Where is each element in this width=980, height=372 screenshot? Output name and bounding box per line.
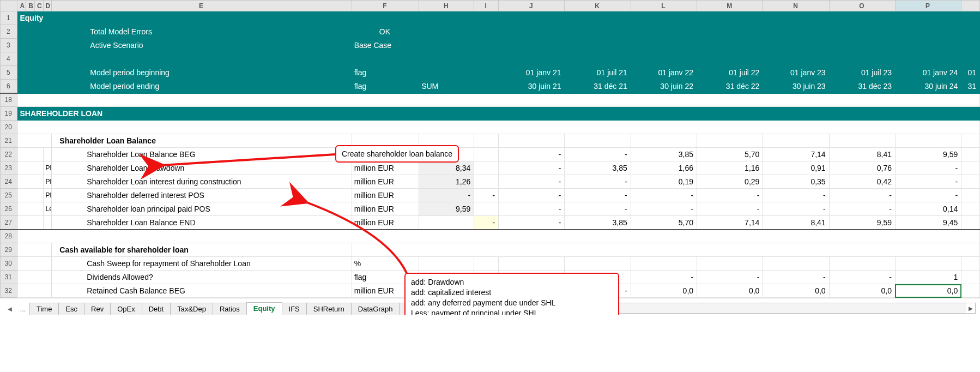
row-head-25[interactable]: 25 (1, 189, 17, 202)
tab-opex[interactable]: OpEx (110, 303, 142, 315)
row-2[interactable]: 2 Total Model Errors OK (1, 25, 980, 39)
o-22: 8,41 (829, 148, 895, 161)
tab-nav-more-icon[interactable]: ... (16, 303, 29, 315)
row-head-20[interactable]: 20 (1, 121, 17, 134)
tab-time[interactable]: Time (29, 303, 59, 315)
row-26[interactable]: 26 Less Shareholder loan principal paid … (1, 202, 980, 216)
add-sheet-icon[interactable]: ＋ (437, 302, 450, 315)
row-head-30[interactable]: 30 (1, 257, 17, 271)
scroll-left-icon[interactable]: ◄ (455, 304, 463, 313)
n-24: 0,35 (763, 175, 829, 189)
label-period-begin: Model period beginning (52, 66, 352, 80)
p-32-selected-cell[interactable]: 0,0 (895, 284, 961, 298)
col-J[interactable]: J (499, 1, 565, 11)
tab-debt[interactable]: Debt (142, 303, 171, 315)
scroll-right-icon[interactable]: ► (966, 304, 975, 313)
col-L[interactable]: L (631, 1, 697, 11)
i-24 (474, 175, 499, 189)
row-head-24[interactable]: 24 (1, 175, 17, 189)
row-head-23[interactable]: 23 (1, 161, 17, 175)
grid[interactable]: A B C D E F H I J K L M N O P 1 Equity (0, 0, 980, 298)
row-head-2[interactable]: 2 (1, 25, 17, 39)
row-head-5[interactable]: 5 (1, 66, 17, 80)
row-head-27[interactable]: 27 (1, 216, 17, 230)
col-M[interactable]: M (697, 1, 763, 11)
col-next[interactable] (961, 1, 980, 11)
prefix-25: Plus (43, 189, 52, 202)
scroll-track[interactable] (463, 303, 966, 313)
col-N[interactable]: N (763, 1, 829, 11)
row-29[interactable]: 29 Cash available for shareholder loan (1, 243, 980, 257)
col-I[interactable]: I (474, 1, 499, 11)
l-23: 1,66 (631, 161, 697, 175)
label-26: Shareholder loan principal paid POS (52, 202, 352, 216)
row-19-section[interactable]: 19 SHAREHOLDER LOAN (1, 107, 980, 121)
col-A[interactable]: A (17, 1, 26, 11)
label-31: Dividends Allowed? (52, 271, 352, 284)
m-26: - (697, 202, 763, 216)
row-31[interactable]: 31 Dividends Allowed? flag - - - - 1 (1, 271, 980, 284)
tab-ifs[interactable]: IFS (282, 303, 307, 315)
col-F[interactable]: F (352, 1, 419, 11)
col-H[interactable]: H (419, 1, 474, 11)
o-25: - (829, 189, 895, 202)
row-head-22[interactable]: 22 (1, 148, 17, 161)
row-24[interactable]: 24 Plus Shareholder Loan interest during… (1, 175, 980, 189)
prefix-22 (43, 148, 52, 161)
col-D[interactable]: D (43, 1, 52, 11)
row-head-3[interactable]: 3 (1, 39, 17, 52)
label-23: Shareholder Loan drawdown (52, 161, 352, 175)
col-C[interactable]: C (34, 1, 43, 11)
tab-shreturn[interactable]: SHReturn (306, 303, 352, 315)
l-22: 3,85 (631, 148, 697, 161)
row-head-19[interactable]: 19 (1, 107, 17, 121)
row-25[interactable]: 25 Plus Shareholder deferred interest PO… (1, 189, 980, 202)
col-P[interactable]: P (895, 1, 961, 11)
row-head-6[interactable]: 6 (1, 80, 17, 93)
select-all-corner[interactable] (1, 1, 17, 11)
row-head-31[interactable]: 31 (1, 271, 17, 284)
k-25: - (565, 189, 631, 202)
row-head-1[interactable]: 1 (1, 11, 17, 25)
row-head-28[interactable]: 28 (1, 230, 17, 243)
col-E[interactable]: E (52, 1, 352, 11)
tab-equity[interactable]: Equity (246, 302, 282, 315)
tab-rev[interactable]: Rev (84, 303, 111, 315)
row-32[interactable]: 32 Retained Cash Balance BEG million EUR… (1, 284, 980, 298)
row-20[interactable]: 20 (1, 121, 980, 134)
m-23: 1,16 (697, 161, 763, 175)
tab-esc[interactable]: Esc (58, 303, 84, 315)
tab-taxdep[interactable]: Tax&Dep (170, 303, 213, 315)
row-3[interactable]: 3 Active Scenario Base Case (1, 39, 980, 52)
row-18[interactable]: 18 (1, 93, 980, 107)
row-5[interactable]: 5 Model period beginning flag 01 janv 21… (1, 66, 980, 80)
row-30[interactable]: 30 Cash Sweep for repayment of Sharehold… (1, 257, 980, 271)
subtitle-cash-available: Cash available for shareholder loan (52, 243, 352, 257)
row-head-4[interactable]: 4 (1, 52, 17, 66)
tab-ratios[interactable]: Ratios (213, 303, 247, 315)
row-head-18[interactable]: 18 (1, 93, 17, 107)
row-head-32[interactable]: 32 (1, 284, 17, 298)
row-head-21[interactable]: 21 (1, 134, 17, 148)
column-headers[interactable]: A B C D E F H I J K L M N O P (1, 1, 980, 11)
row-23[interactable]: 23 Plus Shareholder Loan drawdown millio… (1, 161, 980, 175)
unit-period-end: flag (352, 80, 419, 93)
col-K[interactable]: K (565, 1, 631, 11)
col-B[interactable]: B (26, 1, 35, 11)
row-21[interactable]: 21 Shareholder Loan Balance (1, 134, 980, 148)
row-22[interactable]: 22 Shareholder Loan Balance BEG million … (1, 148, 980, 161)
row-6[interactable]: 6 Model period ending flag SUM 30 juin 2… (1, 80, 980, 93)
row-head-26[interactable]: 26 (1, 202, 17, 216)
j-22: - (499, 148, 565, 161)
col-O[interactable]: O (829, 1, 895, 11)
horizontal-scrollbar[interactable]: ◄ ► (454, 303, 976, 314)
tab-datagraph[interactable]: DataGraph (351, 303, 400, 315)
row-1[interactable]: 1 Equity (1, 11, 980, 25)
row-28[interactable]: 28 (1, 230, 980, 243)
tab-mac[interactable]: Mac... (399, 303, 432, 315)
tab-nav-prev-icon[interactable]: ◄ (3, 303, 16, 315)
row-4[interactable]: 4 (1, 52, 980, 66)
sheet-tab-bar[interactable]: ◄ ... Time Esc Rev OpEx Debt Tax&Dep Rat… (0, 298, 980, 315)
row-head-29[interactable]: 29 (1, 243, 17, 257)
row-27[interactable]: 27 Shareholder Loan Balance END million … (1, 216, 980, 230)
